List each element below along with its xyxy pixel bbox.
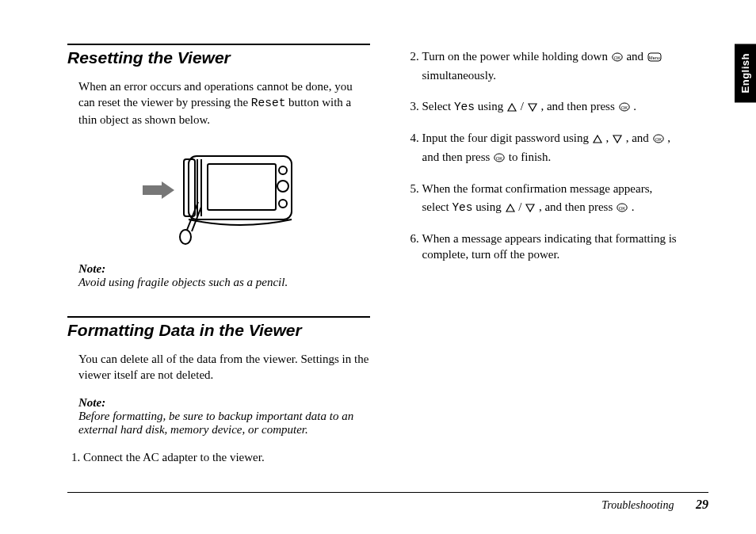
- text: to finish.: [509, 151, 551, 163]
- svg-text:OK: OK: [619, 205, 626, 210]
- ok-icon: OK: [653, 132, 664, 147]
- reset-button-label-inline: Reset: [251, 97, 286, 109]
- text: and then press: [422, 151, 494, 163]
- note-label: Note:: [78, 396, 370, 410]
- text: .: [633, 100, 636, 113]
- svg-marker-28: [526, 204, 534, 212]
- svg-point-9: [279, 200, 287, 208]
- svg-point-8: [277, 181, 288, 192]
- text: , and then press: [540, 100, 617, 113]
- text: When the format confirmation message app…: [422, 182, 653, 195]
- text: , and: [626, 132, 652, 144]
- svg-marker-18: [529, 104, 536, 111]
- text: Turn on the power while holding down: [422, 50, 611, 63]
- svg-marker-1: [162, 181, 174, 199]
- menu-icon: Menu: [647, 50, 662, 66]
- svg-text:OK: OK: [655, 136, 662, 141]
- up-icon: [593, 132, 602, 147]
- text: simultaneously.: [422, 67, 709, 83]
- up-icon: [507, 100, 517, 116]
- section-rule: [67, 316, 370, 318]
- text: /: [521, 100, 527, 113]
- left-column: Resetting the Viewer When an error occur…: [67, 44, 370, 479]
- list-item: When a message appears indicating that f…: [422, 231, 709, 263]
- text: select: [422, 200, 452, 213]
- svg-rect-0: [143, 185, 162, 195]
- list-item: Turn on the power while holding down OK …: [422, 48, 709, 84]
- format-intro: You can delete all of the data from the …: [78, 351, 370, 383]
- footer: Troubleshooting 29: [67, 492, 708, 512]
- device-illustration: [67, 142, 370, 248]
- svg-text:OK: OK: [496, 156, 503, 161]
- down-icon: [525, 200, 535, 216]
- right-column: Turn on the power while holding down OK …: [407, 44, 709, 479]
- text: /: [518, 200, 525, 213]
- reset-intro: When an error occurs and operations cann…: [78, 78, 370, 128]
- footer-section: Troubleshooting: [601, 499, 674, 511]
- section-title-formatting: Formatting Data in the Viewer: [67, 321, 370, 340]
- list-item: Select Yes using / , and then press OK .: [422, 98, 709, 116]
- note-text: Before formatting, be sure to backup imp…: [78, 410, 370, 437]
- text: ,: [667, 132, 670, 144]
- text: .: [632, 200, 635, 213]
- note-text: Avoid using fragile objects such as a pe…: [78, 276, 370, 289]
- svg-text:OK: OK: [620, 105, 628, 109]
- list-item: When the format confirmation message app…: [422, 181, 709, 216]
- section-rule: [67, 44, 370, 45]
- yes-label: Yes: [454, 101, 475, 113]
- section-title-resetting: Resetting the Viewer: [67, 48, 370, 67]
- page-content: Resetting the Viewer When an error occur…: [67, 44, 708, 479]
- svg-point-10: [180, 230, 191, 244]
- svg-marker-21: [594, 135, 601, 143]
- yes-label: Yes: [452, 201, 472, 214]
- svg-marker-22: [613, 135, 621, 143]
- format-steps-col1: Connect the AC adapter to the viewer.: [67, 449, 370, 465]
- svg-marker-27: [506, 204, 514, 212]
- note-label: Note:: [78, 262, 370, 276]
- text: ,: [605, 132, 612, 144]
- svg-text:Menu: Menu: [649, 55, 660, 60]
- down-icon: [528, 100, 537, 116]
- list-item: Connect the AC adapter to the viewer.: [83, 449, 370, 465]
- format-steps-col2: Turn on the power while holding down OK …: [407, 48, 709, 262]
- svg-marker-17: [508, 104, 516, 111]
- svg-rect-3: [208, 164, 276, 210]
- list-item: Input the four digit password using , , …: [422, 130, 709, 167]
- ok-icon: OK: [619, 100, 630, 116]
- svg-text:OK: OK: [613, 55, 620, 60]
- down-icon: [613, 132, 622, 147]
- text: Select: [422, 100, 454, 113]
- text: using: [478, 100, 506, 113]
- text: and: [626, 50, 646, 63]
- ok-icon: OK: [494, 151, 505, 166]
- up-icon: [506, 200, 515, 216]
- language-tab: English: [735, 44, 756, 102]
- page-number: 29: [696, 498, 708, 511]
- text: , and then press: [539, 200, 616, 213]
- text: using: [475, 200, 504, 213]
- svg-point-7: [279, 166, 287, 174]
- ok-icon: OK: [612, 50, 623, 66]
- text: Input the four digit password using: [422, 132, 592, 144]
- ok-icon: OK: [617, 200, 628, 216]
